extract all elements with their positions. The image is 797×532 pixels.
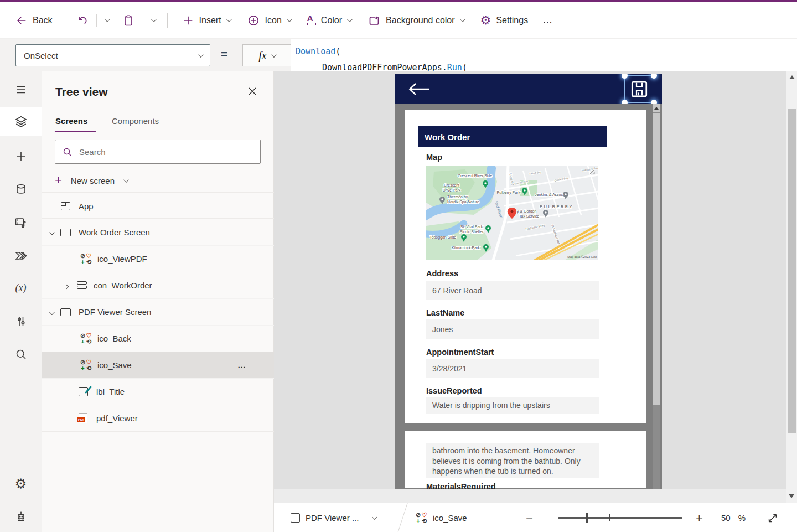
- zoom-slider-thumb[interactable]: [586, 513, 588, 523]
- canvas-vertical-scrollbar[interactable]: [786, 71, 797, 503]
- scroll-down-icon[interactable]: [789, 494, 794, 498]
- svg-text:Crescent: Crescent: [444, 183, 459, 187]
- close-panel-button[interactable]: [247, 86, 258, 97]
- svg-text:Tax Service: Tax Service: [519, 214, 539, 218]
- plus-icon: [14, 149, 28, 163]
- field-value: 3/28/2021: [426, 359, 599, 378]
- tree-item-ico-viewpdf[interactable]: ⊘♡+⟲ ico_ViewPDF: [42, 245, 274, 272]
- ellipsis-icon: …: [542, 14, 553, 26]
- tab-screens[interactable]: Screens: [55, 116, 87, 126]
- advanced-tools-rail-item[interactable]: [0, 308, 42, 334]
- flow-icon: [14, 249, 28, 263]
- command-bar: Back Insert Icon A Color Background colo…: [0, 2, 797, 39]
- back-button[interactable]: Back: [15, 14, 53, 27]
- tree-item-pdf-viewer[interactable]: PDF pdf_Viewer: [42, 405, 274, 431]
- pdf-scroll-thumb[interactable]: [653, 113, 660, 405]
- active-tab-indicator: [55, 131, 96, 132]
- pdf-scrollbar[interactable]: [653, 104, 660, 489]
- search-rail-item[interactable]: [0, 341, 42, 368]
- new-screen-button[interactable]: + New screen: [55, 168, 127, 193]
- icon-menu-button[interactable]: Icon: [247, 14, 291, 27]
- tab-components[interactable]: Components: [112, 116, 159, 126]
- screen-selector[interactable]: PDF Viewer ...: [291, 503, 376, 532]
- background-color-button[interactable]: Background color: [368, 14, 464, 27]
- color-label: Color: [321, 16, 342, 25]
- insert-button[interactable]: Insert: [182, 14, 230, 27]
- chevron-down-icon: [460, 17, 465, 22]
- search-icon: [62, 147, 73, 157]
- undo-button[interactable]: [75, 14, 89, 27]
- chevron-down-icon[interactable]: [49, 228, 53, 237]
- chevron-down-icon[interactable]: [49, 307, 53, 317]
- zoom-out-button[interactable]: −: [526, 503, 533, 532]
- pdf-scroll-up-button[interactable]: [653, 104, 660, 112]
- color-button[interactable]: A Color: [307, 15, 351, 25]
- tree-item-ico-back[interactable]: ⊘♡+⟲ ico_Back: [42, 325, 274, 352]
- formula-function: Download: [296, 47, 335, 56]
- fit-to-window-button[interactable]: [767, 503, 779, 532]
- tree-view-rail-item[interactable]: [0, 107, 42, 136]
- tree-item-work-order-screen[interactable]: Work Order Screen: [42, 219, 274, 245]
- tree-item-lbl-title[interactable]: lbl_Title: [42, 378, 274, 405]
- background-color-label: Background color: [386, 16, 455, 25]
- variables-icon: (x): [15, 282, 27, 294]
- field-label: Address: [426, 269, 458, 278]
- expand-icon: [767, 512, 779, 524]
- save-control-selection[interactable]: [624, 75, 654, 103]
- app-icon: [61, 202, 70, 210]
- selected-control-indicator[interactable]: ⊘♡+⟲ ico_Save: [415, 503, 467, 532]
- screen-icon: [60, 308, 71, 316]
- chevron-down-icon: [151, 17, 157, 22]
- insert-rail-item[interactable]: [0, 143, 42, 169]
- paste-menu-chevron[interactable]: [151, 18, 155, 22]
- status-bar: PDF Viewer ... ⊘♡+⟲ ico_Save − + 50 %: [274, 503, 797, 532]
- item-more-button[interactable]: …: [237, 360, 247, 370]
- variables-rail-item[interactable]: (x): [0, 275, 42, 301]
- phone-header-bar: [395, 74, 662, 104]
- data-rail-item[interactable]: [0, 176, 42, 203]
- hamburger-menu-icon[interactable]: [0, 76, 42, 103]
- field-label: AppointmentStart: [426, 348, 494, 357]
- divider: [167, 13, 168, 28]
- tree-item-pdf-viewer-screen[interactable]: PDF Viewer Screen: [42, 298, 274, 325]
- svg-text:Toboggan Slide: Toboggan Slide: [429, 235, 456, 240]
- tree-item-app[interactable]: App: [42, 193, 274, 219]
- field-value: 67 River Road: [426, 281, 599, 300]
- map-attribution: Map data ©2023 Goo: [567, 255, 597, 259]
- power-automate-rail-item[interactable]: [0, 242, 42, 269]
- chevron-right-icon[interactable]: [65, 281, 68, 291]
- tree-item-ico-save[interactable]: ⊘♡+⟲ ico_Save …: [42, 352, 274, 378]
- plus-icon: [182, 14, 194, 27]
- selection-handle[interactable]: [651, 74, 657, 79]
- tree-item-con-workorder[interactable]: con_WorkOrder: [42, 272, 274, 298]
- scroll-up-icon[interactable]: [789, 75, 795, 79]
- virtual-agent-rail-item[interactable]: [0, 504, 42, 530]
- zoom-slider[interactable]: [558, 517, 682, 519]
- scroll-thumb[interactable]: [788, 109, 796, 433]
- search-input[interactable]: [78, 147, 239, 157]
- property-selector[interactable]: OnSelect: [15, 44, 210, 66]
- settings-rail-item[interactable]: ⚙: [0, 471, 42, 497]
- app-authoring-rail: (x) ⚙: [0, 71, 42, 532]
- back-arrow-icon: [15, 14, 28, 27]
- canvas-horizontal-scrollbar[interactable]: [274, 489, 786, 503]
- svg-text:y & Gordon: y & Gordon: [517, 209, 537, 214]
- field-value: Jones: [426, 319, 599, 339]
- settings-button[interactable]: ⚙ Settings: [480, 14, 529, 27]
- chevron-down-icon: [105, 17, 110, 22]
- screen-icon: [291, 513, 300, 523]
- field-label: IssueReported: [426, 386, 482, 395]
- zoom-in-button[interactable]: +: [696, 503, 703, 532]
- paste-button[interactable]: [122, 14, 135, 27]
- media-rail-item[interactable]: [0, 209, 42, 236]
- fx-button[interactable]: fx: [242, 44, 291, 66]
- back-arrow-control[interactable]: [408, 82, 430, 96]
- map-caption: Map: [426, 153, 442, 162]
- formula-editor[interactable]: Download( DownloadPDFFromPowerApps.Run(: [291, 39, 797, 71]
- selection-handle[interactable]: [622, 74, 628, 79]
- svg-text:Drive Park: Drive Park: [443, 188, 461, 192]
- undo-menu-chevron[interactable]: [105, 18, 108, 22]
- zoom-value: 50: [721, 513, 731, 523]
- save-floppy-icon[interactable]: [630, 80, 649, 99]
- more-commands-button[interactable]: …: [542, 14, 553, 26]
